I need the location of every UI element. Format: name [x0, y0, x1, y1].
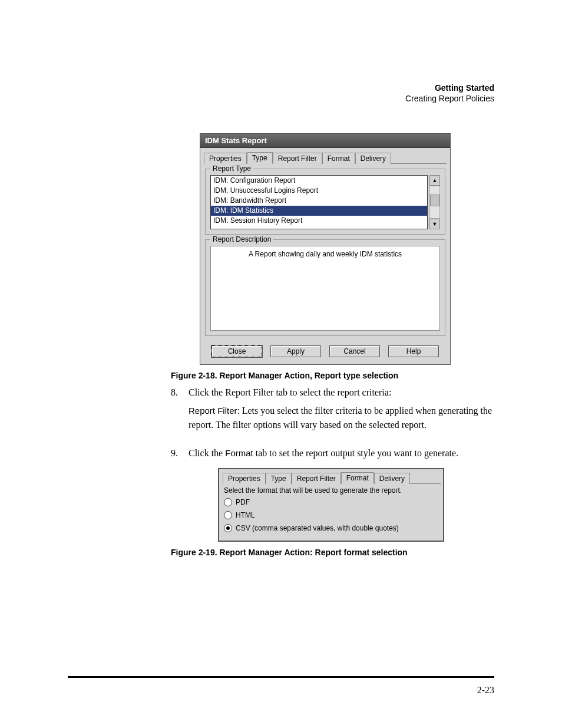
scroll-down-icon[interactable]: ▼ [429, 219, 440, 229]
scroll-track[interactable] [429, 186, 440, 219]
list-item[interactable]: IDM: Unsuccessful Logins Report [211, 186, 427, 196]
figure-2-19-dialog: Properties Type Report Filter Format Del… [218, 468, 444, 542]
report-type-listbox[interactable]: IDM: Configuration Report IDM: Unsuccess… [210, 175, 428, 229]
report-filter-label: Report Filter: [189, 406, 240, 416]
listbox-scrollbar[interactable]: ▲ ▼ [429, 175, 440, 229]
page-number: 2-23 [477, 685, 494, 696]
scroll-up-icon[interactable]: ▲ [429, 175, 440, 186]
list-item[interactable]: IDM: Session History Report [211, 216, 427, 226]
radio-icon[interactable] [224, 511, 232, 519]
step-8-number: 8. [171, 387, 189, 398]
report-description-text: A Report showing daily and weekly IDM st… [210, 246, 440, 331]
format-prompt: Select the format that will be used to g… [219, 484, 443, 496]
figure-2-19-caption: Figure 2-19. Report Manager Action: Repo… [171, 548, 494, 557]
step-8-detail: Report Filter: Lets you select the filte… [189, 404, 494, 431]
scroll-thumb[interactable] [430, 195, 439, 206]
report-type-group: Report Type IDM: Configuration Report ID… [205, 169, 445, 235]
list-item[interactable]: IDM: Configuration Report [211, 176, 427, 186]
header-title: Getting Started [68, 83, 494, 93]
tab-delivery[interactable]: Delivery [374, 473, 410, 484]
cancel-button[interactable]: Cancel [329, 345, 380, 357]
close-button[interactable]: Close [211, 345, 262, 357]
tab-format[interactable]: Format [341, 472, 374, 484]
radio-pdf-label: PDF [236, 498, 250, 506]
tab-properties[interactable]: Properties [223, 473, 266, 484]
report-description-legend: Report Description [210, 235, 273, 243]
tab-report-filter[interactable]: Report Filter [273, 153, 322, 164]
tab-properties[interactable]: Properties [204, 153, 247, 164]
tab-format[interactable]: Format [322, 153, 355, 164]
step-8-text: Click the Report Filter tab to select th… [189, 387, 494, 398]
list-item-selected[interactable]: IDM: IDM Statistics [211, 206, 427, 216]
dialog-title: IDM Stats Report [200, 134, 450, 148]
header-subtitle: Creating Report Policies [68, 93, 494, 104]
report-description-group: Report Description A Report showing dail… [205, 239, 445, 336]
radio-html-label: HTML [236, 511, 255, 519]
tab-report-filter[interactable]: Report Filter [292, 473, 341, 484]
footer-rule [68, 676, 494, 678]
report-type-legend: Report Type [210, 164, 253, 173]
format-term: Format [225, 448, 253, 458]
tab-type[interactable]: Type [247, 152, 273, 164]
step-9-prefix: Click the [189, 448, 225, 458]
figure-2-18-caption: Figure 2-18. Report Manager Action, Repo… [171, 371, 494, 380]
format-dialog-tabs: Properties Type Report Filter Format Del… [223, 472, 441, 484]
dialog-tabs: Properties Type Report Filter Format Del… [204, 151, 447, 164]
step-9: 9. Click the Format tab to set the repor… [171, 448, 494, 459]
tab-delivery[interactable]: Delivery [355, 153, 391, 164]
list-item[interactable]: IDM: Bandwidth Report [211, 196, 427, 206]
step-9-text: Click the Format tab to set the report o… [189, 448, 494, 459]
help-button[interactable]: Help [388, 345, 439, 357]
radio-pdf[interactable]: PDF [219, 496, 443, 509]
radio-html[interactable]: HTML [219, 509, 443, 522]
step-9-suffix: tab to set the report output style you w… [253, 448, 458, 458]
radio-csv[interactable]: CSV (comma separated values, with double… [219, 522, 443, 535]
step-8: 8. Click the Report Filter tab to select… [171, 387, 494, 398]
tab-type[interactable]: Type [266, 473, 292, 484]
figure-2-18-dialog: IDM Stats Report Properties Type Report … [200, 133, 451, 365]
radio-icon-selected[interactable] [224, 524, 232, 532]
radio-icon[interactable] [224, 498, 232, 506]
step-9-number: 9. [171, 448, 189, 459]
apply-button[interactable]: Apply [270, 345, 321, 357]
radio-csv-label: CSV (comma separated values, with double… [236, 524, 399, 532]
